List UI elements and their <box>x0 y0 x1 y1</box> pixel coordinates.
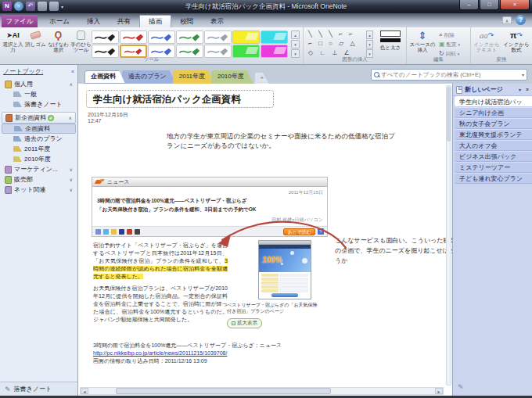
undo-button[interactable]: ↶ <box>26 2 35 11</box>
bookmark-icon-4[interactable] <box>127 229 132 235</box>
page-item-5[interactable]: ビジネス出張パック <box>455 151 532 162</box>
notebook-item-9[interactable]: 販売部∨ <box>2 174 76 185</box>
red-arrow-annotation[interactable] <box>210 215 358 260</box>
notebook-item-6[interactable]: 2011年度 <box>2 144 76 154</box>
pen-4[interactable] <box>204 30 232 44</box>
notebook-item-5[interactable]: 過去のプラン <box>2 134 76 144</box>
scroll-right-icon[interactable]: ▸ <box>435 388 443 394</box>
expand-pagebar-icon[interactable]: » <box>526 87 529 92</box>
notebook-item-7[interactable]: 2010年度 <box>2 154 76 164</box>
search-input[interactable] <box>381 71 520 78</box>
new-page-caret-icon[interactable]: ▾ <box>519 87 521 92</box>
shape-row-1[interactable]: ╲ ╲ ╲ ⌐ ⌐ <box>308 30 365 39</box>
close-button[interactable]: × <box>500 0 530 10</box>
page-item-1[interactable]: シニア向け企画 <box>455 107 532 118</box>
notebook-item-2[interactable]: 落書きノート <box>2 99 76 109</box>
section-tab-1[interactable]: 過去のプラン <box>122 70 176 84</box>
gallery-down-icon[interactable]: ▾ <box>291 40 300 48</box>
note-paragraph[interactable]: 地方の学生が東京周辺の企業のセミナーや面接に来るための低価格な宿泊プランにニーズ… <box>167 131 398 150</box>
section-tab-3[interactable]: 2010年度 <box>211 70 253 84</box>
ribbon-tab-4[interactable]: 校閲 <box>171 15 202 27</box>
caret-icon[interactable]: ∨ <box>70 167 73 172</box>
dock-window-button[interactable] <box>38 2 47 11</box>
restore-button[interactable]: □ <box>480 0 499 10</box>
bookmark-icon-0[interactable] <box>95 229 101 235</box>
shapes-down-icon[interactable]: ▾ <box>366 40 373 48</box>
horizontal-scroll-thumb[interactable] <box>116 388 331 394</box>
vertical-scrollbar[interactable] <box>446 85 451 385</box>
eraser-button[interactable]: 消しゴム <box>24 29 47 59</box>
delete-button[interactable]: × 削除 <box>439 30 460 40</box>
highlighter-5[interactable] <box>232 30 260 44</box>
ink-to-text-button[interactable]: aa↷ インクからテキスト <box>473 29 501 59</box>
bookmark-icon-2[interactable] <box>111 229 117 235</box>
caret-icon[interactable]: ∨ <box>70 187 73 192</box>
panning-hand-button[interactable]: 手のひらツール <box>70 29 92 59</box>
ribbon-tab-1[interactable]: 挿入 <box>78 15 109 27</box>
ink-to-math-button[interactable]: π↷ インクから数式 <box>502 29 530 59</box>
help-icon[interactable]: ? <box>516 15 526 25</box>
back-button[interactable]: ‹ <box>14 2 23 11</box>
notebook-item-3[interactable]: 新企画資料✓∧ <box>2 112 76 124</box>
collapse-sidebar-icon[interactable]: « <box>71 69 74 74</box>
notebook-item-8[interactable]: マーケティン...∨ <box>2 164 76 174</box>
page-title[interactable]: 学生向け就活宿泊パック企画資料 <box>86 90 274 108</box>
minimize-button[interactable]: – <box>459 0 479 10</box>
page-item-2[interactable]: 秋の女子会プラン <box>455 118 532 129</box>
new-section-tab[interactable]: + <box>255 73 269 84</box>
full-page-view-button[interactable] <box>49 2 59 11</box>
file-tab[interactable]: ファイル <box>2 15 38 27</box>
pen-1[interactable] <box>120 30 147 44</box>
insert-space-button[interactable]: ⇕ スペースの挿入 <box>408 29 437 59</box>
page-canvas[interactable]: 学生向け就活宿泊パック企画資料 2011年12月16日 12:47 地方の学生が… <box>78 84 452 396</box>
ink-to-math-arrow-icon: ↷ <box>516 31 523 39</box>
page-item-0[interactable]: 学生向け就活宿泊パッ <box>455 96 532 107</box>
bookmark-icon-5[interactable] <box>135 229 140 235</box>
select-type-button[interactable]: ➤AI 選択と入力 <box>2 29 24 59</box>
notebook-item-1[interactable]: 一般 <box>2 89 76 99</box>
qat-customize-caret-icon[interactable]: ▾ <box>61 4 63 9</box>
shape-row-2[interactable]: ⌐ □ ○ ▱ △ <box>308 39 365 48</box>
pen-2[interactable] <box>148 30 175 44</box>
gallery-up-icon[interactable]: ▴ <box>291 30 300 39</box>
notebook-item-0[interactable]: 個人用∧ <box>2 79 76 89</box>
lasso-select-button[interactable]: Ϙ なげなわ選択 <box>47 29 70 59</box>
page-item-3[interactable]: 東北復興支援ボランテ <box>455 129 532 140</box>
enlarge-button[interactable]: 拡大表示 <box>227 318 262 328</box>
notebook-item-10[interactable]: ネット関連∨ <box>2 185 76 195</box>
scroll-left-icon[interactable]: ◂ <box>81 388 88 394</box>
unfiled-notes-button[interactable]: ✎ 落書きノート <box>0 382 77 396</box>
shape-gallery[interactable]: ╲ ╲ ╲ ⌐ ⌐ ⌐ □ ○ ▱ △ ◇ ∟ ⊥ ∠ <box>308 30 365 58</box>
bookmark-icon-3[interactable] <box>119 229 124 235</box>
caret-icon[interactable]: ∧ <box>69 115 72 120</box>
section-tab-0[interactable]: 企画資料 <box>84 70 125 84</box>
pen-3[interactable] <box>176 30 203 44</box>
ribbon-tab-5[interactable]: 表示 <box>202 15 232 27</box>
source-url-link[interactable]: http://pc.nikkeibp.co.jp/article/news/20… <box>93 350 227 356</box>
caret-icon[interactable]: ∧ <box>70 81 73 87</box>
horizontal-scrollbar[interactable]: ◂ ▸ <box>80 387 444 395</box>
ribbon-tab-0[interactable]: ホーム <box>41 15 78 27</box>
select-cursor-icon: ➤AI <box>6 31 20 39</box>
section-tab-2[interactable]: 2011年度 <box>173 70 214 84</box>
search-scope-caret-icon[interactable]: ▾ <box>522 72 524 77</box>
shapes-up-icon[interactable]: ▴ <box>366 30 373 39</box>
ribbon-tab-3[interactable]: 描画 <box>139 15 171 27</box>
new-page-button[interactable]: 新しいページ ▾ » <box>453 84 532 96</box>
caret-icon[interactable]: ∨ <box>70 177 73 182</box>
page-item-4[interactable]: 大人のオフ会 <box>455 140 532 151</box>
notebook-item-4[interactable]: 企画資料 <box>2 124 76 134</box>
arrange-button[interactable]: ▣ 配置 ▾ <box>439 40 460 49</box>
vertical-scroll-thumb[interactable] <box>447 87 451 142</box>
color-thickness-button[interactable]: 色と太さ <box>376 30 404 52</box>
titlebar: N ‹ ↶ ▾ 学生向け就活宿泊パック企画資料 - Microsoft OneN… <box>0 0 532 13</box>
minimize-ribbon-icon[interactable]: ∧ <box>502 16 512 24</box>
pen-0[interactable] <box>92 30 119 44</box>
ribbon-tab-2[interactable]: 共有 <box>109 15 139 27</box>
page-item-6[interactable]: ミステリーツアー <box>455 162 532 173</box>
notebook-icon <box>5 166 12 174</box>
bookmark-icon-1[interactable] <box>103 229 109 235</box>
onenote-app-icon: N <box>2 2 12 11</box>
page-item-7[interactable]: 子ども連れ安心プラン <box>455 173 532 184</box>
highlighter-6[interactable] <box>261 30 288 44</box>
